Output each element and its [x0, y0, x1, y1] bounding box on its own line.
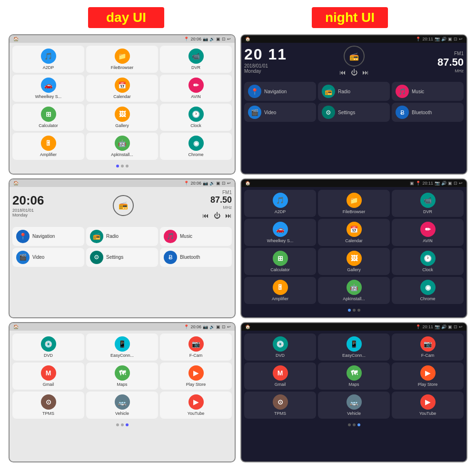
app-label: DVD: [44, 353, 53, 358]
app-item-maps[interactable]: 🗺Maps: [318, 363, 390, 390]
app-item-apkinstall[interactable]: 🤖ApkInstall...: [86, 133, 158, 160]
app-item-gallery[interactable]: 🖼Gallery: [318, 248, 390, 275]
app-label: Amplifier: [272, 296, 288, 301]
nav-item-music[interactable]: 🎵Music: [392, 82, 464, 101]
nav-item-video[interactable]: 🎬Video: [12, 248, 84, 267]
app-item-vehicle[interactable]: 🚌Vehicle: [86, 392, 158, 419]
app-label: Play Store: [186, 382, 206, 387]
app-icon-chrome: ◉: [420, 280, 436, 295]
app-icon-playstore: ▶: [420, 365, 436, 381]
day-display-day: Monday: [12, 213, 44, 217]
radio-icon-day[interactable]: 📻: [113, 195, 134, 216]
app-item-a2dp[interactable]: 🎵A2DP: [12, 46, 84, 73]
home-icon-n1[interactable]: 🏠: [245, 37, 250, 41]
app-item-dvd[interactable]: 💿DVD: [244, 334, 316, 361]
app-item-amplifier[interactable]: 🎚Amplifier: [12, 133, 84, 160]
home-icon-2[interactable]: 🏠: [13, 181, 19, 186]
app-item-calculator[interactable]: ⊞Calculator: [12, 104, 84, 131]
app-item-playstore[interactable]: ▶Play Store: [160, 363, 232, 390]
nav-item-video[interactable]: 🎬Video: [244, 103, 316, 122]
app-item-fcam[interactable]: 📷F-Cam: [160, 334, 232, 361]
app-item-dvd[interactable]: 💿DVD: [12, 334, 84, 361]
app-item-clock[interactable]: 🕐Clock: [392, 248, 464, 275]
app-item-dvr[interactable]: 📹DVR: [392, 190, 464, 217]
app-label: FileBrowser: [343, 209, 366, 214]
nav-icon: 📍: [16, 230, 30, 243]
nav-item-navigation[interactable]: 📍Navigation: [12, 227, 84, 246]
app-item-wheelkeys[interactable]: 🚗Wheelkey S...: [244, 219, 316, 246]
dot-n3-1: [348, 423, 351, 426]
app-item-chrome[interactable]: ◉Chrome: [392, 277, 464, 304]
app-item-filebrowser[interactable]: 📁FileBrowser: [318, 190, 390, 217]
app-label: Vehicle: [347, 411, 361, 416]
nav-item-music[interactable]: 🎵Music: [160, 227, 232, 246]
app-item-maps[interactable]: 🗺Maps: [86, 363, 158, 390]
app-item-calendar[interactable]: 📅Calendar: [318, 219, 390, 246]
nav-item-settings[interactable]: ⚙Settings: [86, 248, 158, 267]
dashboard-top-day: 20:06 2018/01/01 Monday 📻 FM1 87.50 MHz …: [12, 190, 232, 221]
prev-btn-night[interactable]: ⏮: [339, 69, 346, 76]
app-item-a2dp[interactable]: 🎵A2DP: [244, 190, 316, 217]
nav-item-radio[interactable]: 📻Radio: [318, 82, 390, 101]
app-item-apkinstall[interactable]: 🤖ApkInstall...: [318, 277, 390, 304]
app-label: Gmail: [43, 382, 54, 387]
nav-item-settings[interactable]: ⚙Settings: [318, 103, 390, 122]
app-item-fcam[interactable]: 📷F-Cam: [392, 334, 464, 361]
app-icon-clock: 🕐: [420, 251, 436, 266]
app-icon-calculator: ⊞: [41, 107, 56, 122]
app-icon-gmail: M: [41, 365, 56, 381]
dot-n2-3: [357, 309, 360, 312]
nav-item-radio[interactable]: 📻Radio: [86, 227, 158, 246]
app-item-amplifier[interactable]: 🎚Amplifier: [244, 277, 316, 304]
app-item-vehicle[interactable]: 🚌Vehicle: [318, 392, 390, 419]
app-item-wheelkeys[interactable]: 🚗Wheelkey S...: [12, 75, 84, 102]
app-item-playstore[interactable]: ▶Play Store: [392, 363, 464, 390]
app-icon-maps: 🗺: [347, 365, 362, 381]
app-item-filebrowser[interactable]: 📁FileBrowser: [86, 46, 158, 73]
main-container: day UI night UI 🏠 📍 20:06 📷 🔊 ▣ ⊡ ↩: [0, 0, 476, 471]
app-item-dvr[interactable]: 📹DVR: [160, 46, 232, 73]
nav-item-bluetooth[interactable]: ɃBluetooth: [160, 248, 232, 267]
app-item-calculator[interactable]: ⊞Calculator: [244, 248, 316, 275]
app-item-easyconn[interactable]: 📱EasyConn...: [86, 334, 158, 361]
app-label: Calendar: [113, 94, 131, 99]
nav-item-bluetooth[interactable]: ɃBluetooth: [392, 103, 464, 122]
app-item-tpms[interactable]: ⊙TPMS: [244, 392, 316, 419]
home-icon-n2[interactable]: 🏠: [245, 181, 250, 186]
app-item-clock[interactable]: 🕐Clock: [160, 104, 232, 131]
power-btn-night[interactable]: ⏻: [351, 69, 357, 76]
home-icon[interactable]: 🏠: [13, 37, 19, 41]
home-icon-n3[interactable]: 🏠: [245, 324, 250, 329]
status-bar-night2: 🏠 ▣ 📍 20:11 📷 🔊 ▣ ⊡ ↩: [241, 179, 466, 187]
prev-btn-day[interactable]: ⏮: [202, 212, 209, 219]
dot-1: [116, 165, 119, 167]
app-icon-tpms: ⊙: [41, 394, 56, 410]
dot-d3-3: [126, 423, 129, 426]
app-icon-calendar: 📅: [115, 78, 130, 93]
radio-icon-night[interactable]: 📻: [344, 46, 365, 67]
app-item-calendar[interactable]: 📅Calendar: [86, 75, 158, 102]
status-bar-night3: 🏠 📍 20:11 📷 🔊 ▣ ⊡ ↩: [241, 323, 466, 331]
home-icon-3[interactable]: 🏠: [13, 324, 19, 329]
app-label: Amplifier: [40, 152, 57, 157]
app-item-gallery[interactable]: 🖼Gallery: [86, 104, 158, 131]
app-item-easyconn[interactable]: 📱EasyConn...: [318, 334, 390, 361]
nav-item-navigation[interactable]: 📍Navigation: [244, 82, 316, 101]
app-item-avin[interactable]: ✏AVIN: [392, 219, 464, 246]
app-label: Clock: [422, 267, 433, 272]
nav-icon: 📻: [90, 230, 103, 243]
nav-label: Bluetooth: [180, 255, 200, 260]
next-btn-day[interactable]: ⏭: [225, 212, 232, 219]
next-btn-night[interactable]: ⏭: [362, 69, 369, 76]
dot-d3-2: [121, 423, 124, 426]
power-btn-day[interactable]: ⏻: [214, 212, 220, 219]
app-item-gmail[interactable]: MGmail: [12, 363, 84, 390]
app-item-avin[interactable]: ✏AVIN: [160, 75, 232, 102]
app-item-chrome[interactable]: ◉Chrome: [160, 133, 232, 160]
app-item-tpms[interactable]: ⊙TPMS: [12, 392, 84, 419]
app-icon-apkinstall: 🤖: [347, 280, 362, 295]
app-item-gmail[interactable]: MGmail: [244, 363, 316, 390]
dot-d3-1: [116, 423, 119, 426]
app-item-youtube[interactable]: ▶YouTube: [160, 392, 232, 419]
app-item-youtube[interactable]: ▶YouTube: [392, 392, 464, 419]
